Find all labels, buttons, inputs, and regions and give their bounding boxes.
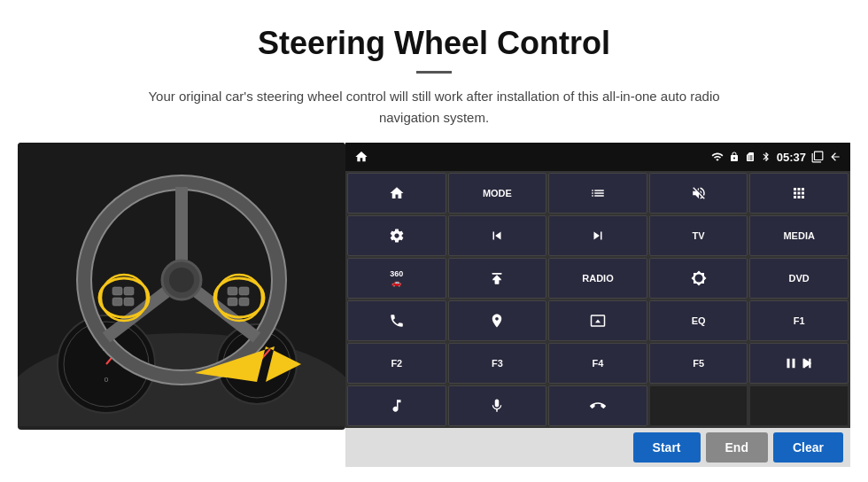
btn-radio[interactable]: RADIO	[548, 258, 647, 299]
header-section: Steering Wheel Control Your original car…	[0, 0, 868, 143]
btn-list[interactable]	[548, 173, 647, 214]
bluetooth-icon	[761, 152, 771, 162]
svg-rect-20	[112, 298, 122, 306]
btn-mute[interactable]	[649, 173, 748, 214]
btn-nav[interactable]	[448, 300, 547, 341]
button-grid: MODE	[345, 171, 850, 428]
btn-f5[interactable]: F5	[649, 343, 748, 384]
status-bar-left	[354, 150, 368, 164]
svg-rect-30	[803, 359, 805, 369]
svg-rect-23	[228, 287, 237, 295]
svg-rect-24	[228, 298, 237, 306]
btn-next[interactable]	[548, 215, 647, 256]
page-container: Steering Wheel Control Your original car…	[0, 0, 868, 467]
control-panel: 05:37 MODE	[345, 143, 850, 467]
svg-point-16	[169, 268, 194, 292]
btn-f4[interactable]: F4	[548, 343, 647, 384]
btn-settings-circle[interactable]	[347, 215, 446, 256]
svg-rect-19	[112, 287, 122, 295]
svg-rect-26	[239, 298, 249, 306]
screenshot-icon	[811, 151, 824, 163]
sim-icon	[745, 152, 756, 162]
content-area: 80 0	[0, 143, 868, 467]
start-button[interactable]: Start	[633, 432, 701, 463]
btn-music[interactable]	[347, 385, 446, 426]
btn-playpause[interactable]	[749, 343, 849, 384]
page-title: Steering Wheel Control	[35, 25, 833, 62]
btn-f1[interactable]: F1	[749, 300, 849, 341]
wifi-icon	[711, 151, 724, 163]
lock-icon	[729, 152, 740, 162]
status-bar: 05:37	[345, 143, 850, 171]
btn-dvd[interactable]: DVD	[749, 258, 849, 299]
btn-360cam[interactable]: 360🚗	[347, 258, 446, 299]
btn-media[interactable]: MEDIA	[749, 215, 849, 256]
btn-call-end[interactable]	[548, 385, 647, 426]
status-time: 05:37	[777, 151, 806, 164]
btn-empty-1	[649, 385, 748, 426]
btn-f3[interactable]: F3	[448, 343, 547, 384]
btn-empty-2	[749, 385, 849, 426]
bottom-bar: Start End Clear	[345, 428, 850, 467]
title-divider	[416, 71, 452, 74]
btn-grid-apps[interactable]	[749, 173, 849, 214]
status-bar-right: 05:37	[711, 151, 841, 164]
svg-text:0: 0	[105, 376, 109, 384]
btn-f2[interactable]: F2	[347, 343, 446, 384]
btn-home[interactable]	[347, 173, 446, 214]
btn-mic[interactable]	[448, 385, 547, 426]
btn-mode[interactable]: MODE	[448, 173, 547, 214]
btn-prev[interactable]	[448, 215, 547, 256]
btn-screen[interactable]	[548, 300, 647, 341]
svg-rect-22	[124, 298, 134, 306]
btn-brightness[interactable]	[649, 258, 748, 299]
steering-wheel-image: 80 0	[18, 143, 345, 430]
btn-eq[interactable]: EQ	[649, 300, 748, 341]
back-icon	[829, 151, 841, 163]
home-status-icon	[354, 150, 368, 164]
svg-rect-31	[809, 359, 810, 369]
end-button[interactable]: End	[706, 432, 768, 463]
clear-button[interactable]: Clear	[773, 432, 843, 463]
btn-phone[interactable]	[347, 300, 446, 341]
svg-rect-21	[124, 287, 134, 295]
btn-tv[interactable]: TV	[649, 215, 748, 256]
svg-rect-25	[239, 287, 249, 295]
btn-eject[interactable]	[448, 258, 547, 299]
subtitle-text: Your original car's steering wheel contr…	[124, 86, 744, 128]
